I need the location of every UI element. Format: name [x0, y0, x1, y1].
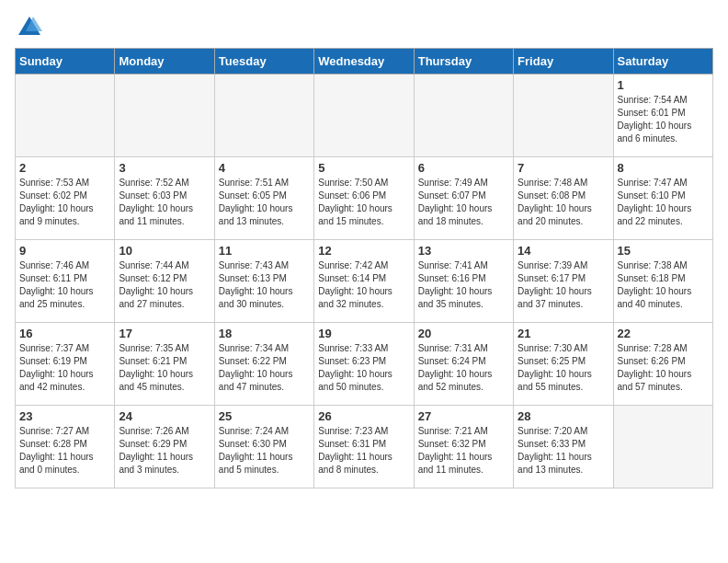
weekday-header-sunday: Sunday — [16, 49, 115, 75]
weekday-header-wednesday: Wednesday — [314, 49, 414, 75]
day-cell: 22Sunrise: 7:28 AMSunset: 6:26 PMDayligh… — [613, 323, 712, 406]
day-cell: 16Sunrise: 7:37 AMSunset: 6:19 PMDayligh… — [16, 323, 115, 406]
day-number: 5 — [318, 161, 409, 175]
day-cell: 10Sunrise: 7:44 AMSunset: 6:12 PMDayligh… — [115, 240, 214, 323]
day-number: 3 — [119, 161, 210, 175]
day-cell: 6Sunrise: 7:49 AMSunset: 6:07 PMDaylight… — [414, 157, 513, 240]
day-number: 22 — [618, 327, 709, 340]
day-cell: 13Sunrise: 7:41 AMSunset: 6:16 PMDayligh… — [414, 240, 513, 323]
day-cell — [613, 406, 712, 488]
day-number: 16 — [19, 327, 110, 340]
day-number: 28 — [518, 409, 609, 423]
day-cell: 11Sunrise: 7:43 AMSunset: 6:13 PMDayligh… — [214, 240, 313, 323]
day-number: 21 — [518, 327, 609, 340]
day-cell: 20Sunrise: 7:31 AMSunset: 6:24 PMDayligh… — [414, 323, 513, 406]
day-number: 14 — [518, 244, 609, 258]
day-number: 10 — [119, 244, 210, 258]
day-number: 4 — [219, 161, 310, 175]
day-cell — [115, 75, 214, 157]
day-info: Sunrise: 7:38 AMSunset: 6:18 PMDaylight:… — [618, 259, 709, 311]
day-info: Sunrise: 7:49 AMSunset: 6:07 PMDaylight:… — [418, 177, 509, 228]
day-cell: 28Sunrise: 7:20 AMSunset: 6:33 PMDayligh… — [514, 406, 613, 488]
day-info: Sunrise: 7:48 AMSunset: 6:08 PMDaylight:… — [518, 177, 609, 228]
day-cell: 14Sunrise: 7:39 AMSunset: 6:17 PMDayligh… — [514, 240, 613, 323]
day-info: Sunrise: 7:21 AMSunset: 6:32 PMDaylight:… — [418, 425, 509, 477]
weekday-header-row: SundayMondayTuesdayWednesdayThursdayFrid… — [16, 49, 713, 75]
day-cell: 9Sunrise: 7:46 AMSunset: 6:11 PMDaylight… — [16, 240, 115, 323]
day-number: 1 — [618, 78, 709, 92]
logo — [15, 15, 42, 37]
day-cell: 7Sunrise: 7:48 AMSunset: 6:08 PMDaylight… — [514, 157, 613, 240]
calendar-table: SundayMondayTuesdayWednesdayThursdayFrid… — [15, 48, 713, 488]
day-cell: 18Sunrise: 7:34 AMSunset: 6:22 PMDayligh… — [214, 323, 313, 406]
day-number: 8 — [618, 161, 709, 175]
week-row-4: 23Sunrise: 7:27 AMSunset: 6:28 PMDayligh… — [16, 406, 713, 488]
day-number: 20 — [418, 327, 509, 340]
day-number: 27 — [418, 409, 509, 423]
day-cell: 25Sunrise: 7:24 AMSunset: 6:30 PMDayligh… — [214, 406, 313, 488]
day-info: Sunrise: 7:31 AMSunset: 6:24 PMDaylight:… — [418, 342, 509, 394]
day-info: Sunrise: 7:24 AMSunset: 6:30 PMDaylight:… — [219, 425, 310, 477]
day-cell: 27Sunrise: 7:21 AMSunset: 6:32 PMDayligh… — [414, 406, 513, 488]
day-cell: 17Sunrise: 7:35 AMSunset: 6:21 PMDayligh… — [115, 323, 214, 406]
day-info: Sunrise: 7:30 AMSunset: 6:25 PMDaylight:… — [518, 342, 609, 394]
week-row-3: 16Sunrise: 7:37 AMSunset: 6:19 PMDayligh… — [16, 323, 713, 406]
day-info: Sunrise: 7:23 AMSunset: 6:31 PMDaylight:… — [318, 425, 409, 477]
day-number: 25 — [219, 409, 310, 423]
day-info: Sunrise: 7:41 AMSunset: 6:16 PMDaylight:… — [418, 259, 509, 311]
day-number: 23 — [19, 409, 110, 423]
day-info: Sunrise: 7:44 AMSunset: 6:12 PMDaylight:… — [119, 259, 210, 311]
day-number: 26 — [318, 409, 409, 423]
day-info: Sunrise: 7:28 AMSunset: 6:26 PMDaylight:… — [618, 342, 709, 394]
day-cell: 8Sunrise: 7:47 AMSunset: 6:10 PMDaylight… — [613, 157, 712, 240]
day-cell — [16, 75, 115, 157]
day-number: 13 — [418, 244, 509, 258]
day-info: Sunrise: 7:53 AMSunset: 6:02 PMDaylight:… — [19, 177, 110, 228]
weekday-header-friday: Friday — [514, 49, 613, 75]
day-info: Sunrise: 7:20 AMSunset: 6:33 PMDaylight:… — [518, 425, 609, 477]
day-cell: 4Sunrise: 7:51 AMSunset: 6:05 PMDaylight… — [214, 157, 313, 240]
day-number: 19 — [318, 327, 409, 340]
day-info: Sunrise: 7:51 AMSunset: 6:05 PMDaylight:… — [219, 177, 310, 228]
day-cell: 23Sunrise: 7:27 AMSunset: 6:28 PMDayligh… — [16, 406, 115, 488]
day-number: 6 — [418, 161, 509, 175]
day-info: Sunrise: 7:35 AMSunset: 6:21 PMDaylight:… — [119, 342, 210, 394]
day-cell: 2Sunrise: 7:53 AMSunset: 6:02 PMDaylight… — [16, 157, 115, 240]
day-info: Sunrise: 7:50 AMSunset: 6:06 PMDaylight:… — [318, 177, 409, 228]
day-cell: 24Sunrise: 7:26 AMSunset: 6:29 PMDayligh… — [115, 406, 214, 488]
day-number: 15 — [618, 244, 709, 258]
week-row-0: 1Sunrise: 7:54 AMSunset: 6:01 PMDaylight… — [16, 75, 713, 157]
day-info: Sunrise: 7:43 AMSunset: 6:13 PMDaylight:… — [219, 259, 310, 311]
day-number: 11 — [219, 244, 310, 258]
day-cell — [414, 75, 513, 157]
weekday-header-tuesday: Tuesday — [214, 49, 313, 75]
day-info: Sunrise: 7:54 AMSunset: 6:01 PMDaylight:… — [618, 94, 709, 145]
logo-icon — [17, 15, 42, 40]
day-number: 24 — [119, 409, 210, 423]
day-number: 18 — [219, 327, 310, 340]
day-number: 17 — [119, 327, 210, 340]
day-info: Sunrise: 7:52 AMSunset: 6:03 PMDaylight:… — [119, 177, 210, 228]
day-cell: 19Sunrise: 7:33 AMSunset: 6:23 PMDayligh… — [314, 323, 414, 406]
day-info: Sunrise: 7:39 AMSunset: 6:17 PMDaylight:… — [518, 259, 609, 311]
day-cell — [214, 75, 313, 157]
weekday-header-monday: Monday — [115, 49, 214, 75]
day-number: 2 — [19, 161, 110, 175]
day-info: Sunrise: 7:42 AMSunset: 6:14 PMDaylight:… — [318, 259, 409, 311]
day-cell: 21Sunrise: 7:30 AMSunset: 6:25 PMDayligh… — [514, 323, 613, 406]
day-number: 12 — [318, 244, 409, 258]
day-number: 7 — [518, 161, 609, 175]
day-cell: 12Sunrise: 7:42 AMSunset: 6:14 PMDayligh… — [314, 240, 414, 323]
day-cell — [314, 75, 414, 157]
week-row-1: 2Sunrise: 7:53 AMSunset: 6:02 PMDaylight… — [16, 157, 713, 240]
day-cell: 3Sunrise: 7:52 AMSunset: 6:03 PMDaylight… — [115, 157, 214, 240]
day-cell: 1Sunrise: 7:54 AMSunset: 6:01 PMDaylight… — [613, 75, 712, 157]
day-info: Sunrise: 7:47 AMSunset: 6:10 PMDaylight:… — [618, 177, 709, 228]
day-info: Sunrise: 7:37 AMSunset: 6:19 PMDaylight:… — [19, 342, 110, 394]
day-info: Sunrise: 7:34 AMSunset: 6:22 PMDaylight:… — [219, 342, 310, 394]
weekday-header-saturday: Saturday — [613, 49, 712, 75]
day-cell — [514, 75, 613, 157]
day-cell: 5Sunrise: 7:50 AMSunset: 6:06 PMDaylight… — [314, 157, 414, 240]
weekday-header-thursday: Thursday — [414, 49, 513, 75]
day-cell: 15Sunrise: 7:38 AMSunset: 6:18 PMDayligh… — [613, 240, 712, 323]
